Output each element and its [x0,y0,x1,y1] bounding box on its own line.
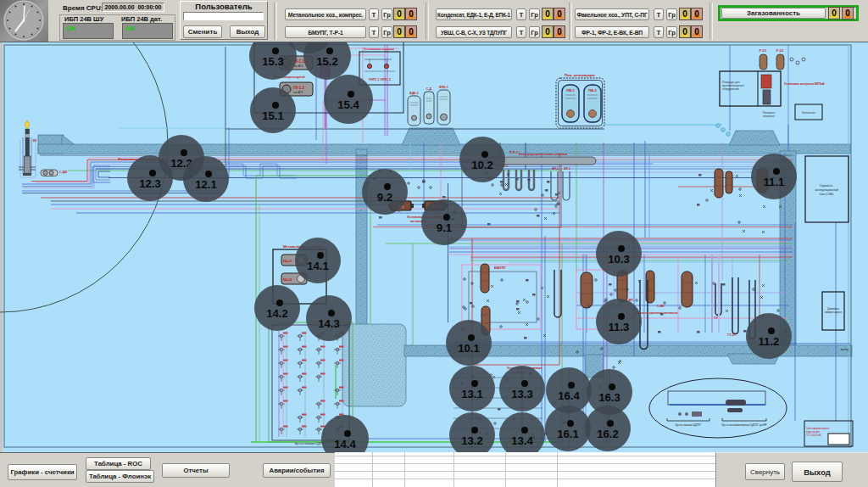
svg-text:БМУПГ: БМУПГ [494,266,507,270]
svg-text:номерная: номерная [763,115,775,118]
svg-text:16.1: 16.1 [557,428,579,440]
svg-text:Установка контроля КИПиА: Установка контроля КИПиА [784,82,825,86]
svg-text:15.2: 15.2 [316,55,338,68]
svg-text:10.3: 10.3 [608,253,630,266]
svg-text:13.1: 13.1 [461,388,483,400]
svg-text:11.3: 11.3 [609,321,630,333]
svg-text:13.4: 13.4 [511,434,533,447]
svg-text:эксплуатационный: эксплуатационный [815,188,838,192]
svg-text:16.4: 16.4 [558,389,580,402]
svg-text:14.1: 14.1 [307,260,329,272]
svg-text:ЕДК-1: ЕДК-1 [409,92,418,95]
svg-text:компрессорная: компрессорная [825,311,842,314]
svg-text:Блок предохранительных клапано: Блок предохранительных клапанов [519,153,567,156]
svg-text:Котельная: Котельная [802,111,815,115]
svg-text:12.3: 12.3 [139,177,161,190]
svg-text:16.2: 16.2 [597,428,619,440]
svg-text:ЕПК-1: ЕПК-1 [439,86,448,89]
svg-text:Установка осушки: Установка осушки [364,47,394,51]
svg-text:выезд: выезд [841,348,849,351]
svg-text:тип АГК: тип АГК [293,91,303,94]
svg-text:13.2: 13.2 [461,434,483,447]
svg-text:ПВ-1: ПВ-1 [566,88,575,92]
svg-text:14.2: 14.2 [266,307,288,320]
svg-text:ГК-1.2: ГК-1.2 [293,86,305,90]
svg-text:ПВ-2: ПВ-2 [588,88,597,92]
svg-text:Служебно-: Служебно- [820,184,833,188]
svg-text:ТП-10/0,4 кВ: ТП-10/0,4 кВ [806,434,821,437]
svg-text:Т-Р-2/1: Т-Р-2/1 [727,333,736,337]
svg-text:Кусты скважин ЦДПУГ: Кусты скважин ЦДПУГ [295,442,326,445]
svg-text:КЩ-02: КЩ-02 [283,278,292,282]
svg-text:9.2: 9.2 [377,191,392,204]
svg-text:16.3: 16.3 [598,391,620,404]
svg-text:Т-Р-1: Т-Р-1 [509,150,519,154]
svg-text:14.4: 14.4 [334,438,356,451]
svg-text:15.3: 15.3 [262,55,284,68]
svg-text:С-ВК: С-ВК [657,305,665,308]
svg-text:10.2: 10.2 [471,159,493,171]
svg-text:Р-1/1: Р-1/1 [760,49,766,53]
svg-text:9.1: 9.1 [437,221,452,234]
svg-text:Кусты высоконапорные ЦДПУГ до: Кусты высоконапорные ЦДПУГ до НР [722,423,767,427]
svg-text:11.1: 11.1 [764,176,785,188]
svg-text:11.2: 11.2 [759,335,780,348]
svg-text:15.1: 15.1 [262,109,284,122]
svg-text:УНТС-1 УНТС-2: УНТС-1 УНТС-2 [369,78,391,81]
svg-text:оборудования: оборудования [722,87,739,91]
svg-text:блок (СЭБ): блок (СЭБ) [820,193,833,196]
svg-text:С-ДФ: С-ДФ [59,171,67,174]
svg-text:12.1: 12.1 [195,178,217,191]
svg-text:Р-1/2: Р-1/2 [776,49,783,53]
svg-text:10.1: 10.1 [458,342,480,355]
svg-text:13.3: 13.3 [511,388,533,400]
svg-text:15.4: 15.4 [337,98,359,111]
svg-text:14.3: 14.3 [318,317,340,330]
svg-text:Пож. резервуары: Пож. резервуары [565,73,595,77]
svg-text:ФУ: ФУ [33,139,38,143]
svg-text:С-Д: С-Д [426,87,432,91]
svg-text:Емкости хранения метанола: Емкости хранения метанола [636,311,677,315]
svg-text:ФР-2: ФР-2 [564,167,570,171]
svg-text:ФР-1: ФР-1 [552,167,559,171]
svg-text:Кусты закачки ЦДПУГ: Кусты закачки ЦДПУГ [676,423,702,427]
svg-text:КЩ-01: КЩ-01 [283,260,292,263]
